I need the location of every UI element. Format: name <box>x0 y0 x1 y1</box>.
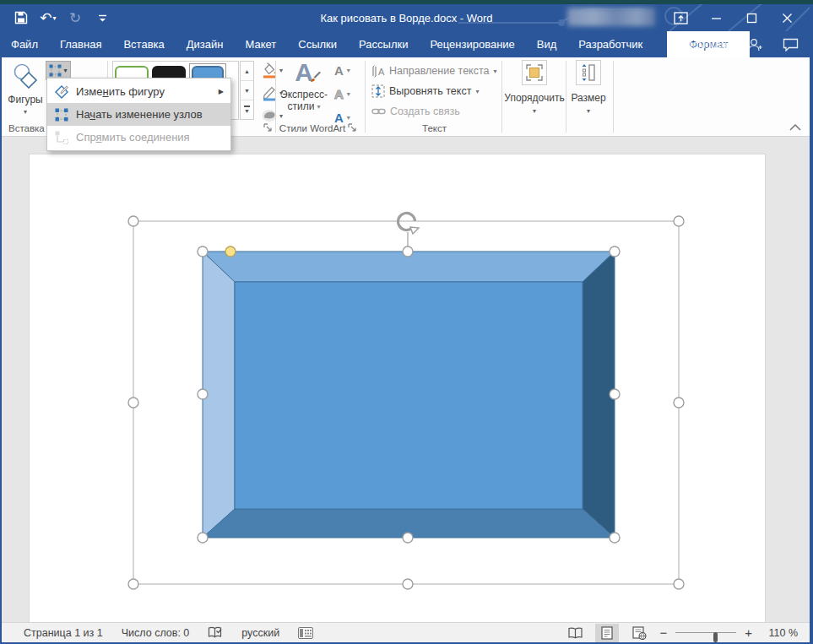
text-outline-icon: А <box>334 87 344 101</box>
shape-handle-bottom-left[interactable] <box>198 533 208 543</box>
insert-shapes-button[interactable]: Фигуры ▾ <box>7 60 44 129</box>
tab-mailings[interactable]: Рассылки <box>348 31 419 57</box>
feedback-button[interactable] <box>775 38 806 51</box>
drawing-overlay <box>2 138 810 622</box>
canvas-handle-mid-left[interactable] <box>128 398 138 408</box>
tab-view[interactable]: Вид <box>526 31 568 57</box>
text-outline-button[interactable]: А▾ <box>334 84 363 104</box>
align-text-button[interactable]: Выровнять текст ▾ <box>371 81 498 101</box>
group-separator <box>365 61 366 133</box>
tab-insert[interactable]: Вставка <box>112 31 175 57</box>
align-text-label: Выровнять текст <box>389 85 471 97</box>
share-button[interactable] <box>740 38 770 51</box>
shape-handle-top-center[interactable] <box>403 246 413 257</box>
gallery-scroll-up-button[interactable]: ▲ <box>241 62 253 81</box>
page-indicator[interactable]: Страница 1 из 1 <box>24 627 103 639</box>
close-button[interactable] <box>769 4 805 31</box>
shape-styles-dialog-launcher[interactable] <box>263 123 273 133</box>
menu-item-reroute-connectors[interactable]: Спрямить соединения <box>47 126 230 149</box>
read-mode-button[interactable] <box>563 624 587 642</box>
align-text-icon <box>371 84 385 98</box>
text-direction-label: Направление текста <box>389 65 490 77</box>
group-separator <box>275 61 276 133</box>
collapse-ribbon-button[interactable] <box>789 124 801 131</box>
canvas-handle-bottom-center[interactable] <box>403 579 413 589</box>
canvas-handle-bottom-left[interactable] <box>128 579 138 589</box>
canvas-handle-mid-right[interactable] <box>674 398 684 408</box>
web-layout-button[interactable] <box>627 624 651 642</box>
person-add-icon <box>747 38 762 51</box>
tab-layout[interactable]: Макет <box>234 31 287 57</box>
text-fill-button[interactable]: А▾ <box>334 60 363 80</box>
menu-item-edit-points[interactable]: Начать изменение узлов <box>47 103 230 126</box>
size-button[interactable]: Размер ▾ <box>569 60 608 115</box>
gallery-scroll-down-button[interactable]: ▼ <box>241 81 253 100</box>
bevel-shape[interactable] <box>203 252 615 538</box>
text-effects-icon: А <box>334 111 344 125</box>
canvas-handle-top-right[interactable] <box>674 216 684 226</box>
zoom-slider-thumb[interactable] <box>713 632 718 642</box>
zoom-slider[interactable] <box>675 627 736 639</box>
print-layout-button[interactable] <box>595 624 619 642</box>
canvas-handle-top-left[interactable] <box>128 216 138 226</box>
zoom-level[interactable]: 110 % <box>761 627 798 639</box>
window-controls <box>663 4 805 31</box>
chain-link-icon <box>371 106 386 116</box>
shape-handle-bottom-center[interactable] <box>403 533 413 543</box>
zoom-out-button[interactable]: − <box>659 625 667 640</box>
tab-home[interactable]: Главная <box>49 31 112 57</box>
quick-styles-label-line2: стили <box>288 100 315 112</box>
arrange-label: Упорядочить <box>504 92 564 104</box>
web-layout-icon <box>632 626 647 640</box>
shape-handle-bottom-right[interactable] <box>610 533 620 543</box>
menu-item-change-shape[interactable]: Изменить фигуру ▶ <box>47 80 230 103</box>
text-group-buttons: A Направление текста ▾ Выровнять текст ▾… <box>371 61 498 122</box>
proofing-icon[interactable] <box>208 626 223 639</box>
maximize-button[interactable] <box>734 4 769 31</box>
ribbon-display-options-button[interactable] <box>663 4 698 31</box>
quick-styles-label-line1: Экспресс- <box>280 89 328 100</box>
tell-me-button[interactable]: Помощн <box>660 37 734 51</box>
group-separator <box>501 61 502 133</box>
brush-icon <box>310 72 322 84</box>
tab-developer[interactable]: Разработчик <box>567 31 653 57</box>
bevel-center-face[interactable] <box>235 282 583 509</box>
word-count[interactable]: Число слов: 0 <box>122 627 190 639</box>
quick-styles-button[interactable]: А Экспресс- стили▾ <box>280 60 328 129</box>
insert-shapes-label: Фигуры <box>8 94 42 106</box>
keyboard-icon[interactable] <box>298 627 313 639</box>
window-border-right <box>810 4 813 644</box>
rotate-handle[interactable] <box>398 213 419 246</box>
tab-file[interactable]: Файл <box>0 31 49 57</box>
ribbon-tab-row: Файл Главная Вставка Дизайн Макет Ссылки… <box>0 31 813 57</box>
arrange-button[interactable]: Упорядочить ▾ <box>508 60 561 115</box>
tab-design[interactable]: Дизайн <box>176 31 235 57</box>
tab-review[interactable]: Рецензирование <box>419 31 525 57</box>
shape-handle-mid-right[interactable] <box>610 389 620 399</box>
language-indicator[interactable]: русский <box>241 627 279 639</box>
shape-adjustment-handle[interactable] <box>225 246 236 257</box>
shape-handle-top-right[interactable] <box>610 246 620 257</box>
chevron-down-icon: ▾ <box>347 114 350 122</box>
gallery-more-button[interactable]: ▼ <box>241 100 253 119</box>
minimize-button[interactable] <box>698 4 734 31</box>
canvas-handle-bottom-right[interactable] <box>674 579 684 589</box>
chevron-down-icon: ▾ <box>494 68 497 75</box>
tab-references[interactable]: Ссылки <box>287 31 348 57</box>
read-mode-icon <box>568 627 583 639</box>
text-direction-icon: A <box>371 65 385 78</box>
gallery-scroll-buttons: ▲ ▼ ▼ <box>240 61 254 120</box>
chevron-down-icon: ▾ <box>24 108 27 116</box>
wordart-dialog-launcher[interactable] <box>348 123 357 133</box>
text-direction-button[interactable]: A Направление текста ▾ <box>371 61 498 81</box>
text-fill-icon: А <box>334 63 344 78</box>
group-separator <box>566 61 566 133</box>
create-link-button[interactable]: Создать связь <box>371 101 498 122</box>
shape-handle-mid-left[interactable] <box>198 389 208 399</box>
comment-icon <box>783 38 799 51</box>
group-separator <box>613 61 614 133</box>
chevron-down-icon: ▾ <box>587 107 590 115</box>
shape-handle-top-left[interactable] <box>198 246 208 257</box>
wordart-icon: А <box>295 60 313 85</box>
zoom-in-button[interactable]: + <box>745 625 752 640</box>
